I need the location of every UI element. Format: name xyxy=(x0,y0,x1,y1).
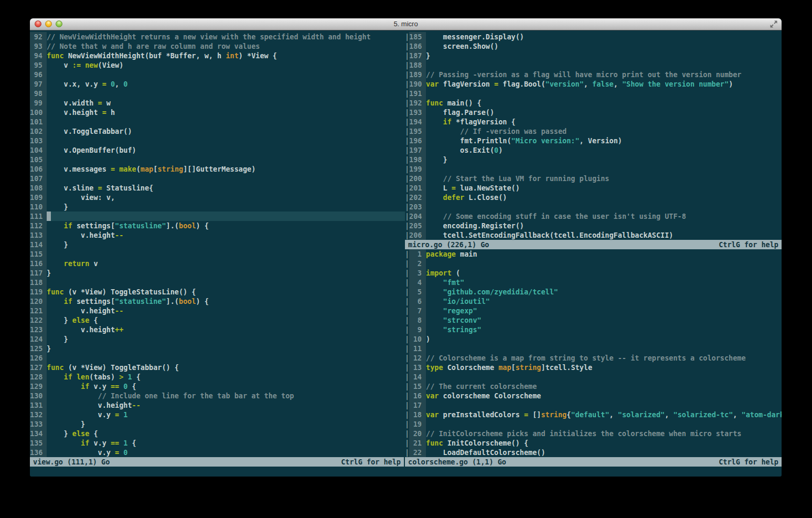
code-text[interactable]: "regexp" xyxy=(426,306,782,315)
code-text[interactable]: v.height = h xyxy=(47,108,405,117)
code-text[interactable]: } xyxy=(47,334,405,344)
split-divider[interactable]: | xyxy=(405,259,409,268)
code-text[interactable]: v.height++ xyxy=(47,325,405,334)
split-divider[interactable]: | xyxy=(405,126,409,136)
code-text[interactable]: var preInstalledColors = []string{"defau… xyxy=(426,410,782,419)
split-divider[interactable]: | xyxy=(405,32,409,41)
split-divider[interactable]: | xyxy=(405,363,409,372)
code-text[interactable]: "github.com/zyedidia/tcell" xyxy=(426,287,782,297)
code-text[interactable]: return v xyxy=(47,259,405,268)
split-divider[interactable]: | xyxy=(405,297,409,306)
split-divider[interactable]: | xyxy=(405,79,409,89)
code-text[interactable] xyxy=(47,249,405,259)
pane-view-go[interactable]: 92// NewViewWidthHeight returns a new vi… xyxy=(30,32,405,457)
code-text[interactable] xyxy=(47,117,405,126)
code-text[interactable] xyxy=(47,174,405,183)
code-text[interactable] xyxy=(426,344,782,353)
code-text[interactable]: } xyxy=(47,240,405,249)
split-divider[interactable]: | xyxy=(405,438,409,448)
code-text[interactable]: if *flagVersion { xyxy=(426,117,782,126)
split-divider[interactable]: | xyxy=(405,145,409,155)
code-text[interactable]: // Start the Lua VM for running plugins xyxy=(426,174,782,183)
split-divider[interactable]: | xyxy=(405,419,409,429)
split-divider[interactable]: | xyxy=(405,372,409,382)
code-text[interactable]: } else { xyxy=(47,429,405,438)
split-divider[interactable]: | xyxy=(405,212,409,221)
split-divider[interactable]: | xyxy=(405,70,409,79)
code-text[interactable]: v.height-- xyxy=(47,306,405,315)
split-divider[interactable]: | xyxy=(405,249,409,259)
code-text[interactable]: func InitColorscheme() { xyxy=(426,438,782,448)
code-text[interactable]: v.height-- xyxy=(47,400,405,410)
split-divider[interactable]: | xyxy=(405,136,409,145)
split-divider[interactable]: | xyxy=(405,193,409,202)
code-text[interactable] xyxy=(426,164,782,174)
code-text[interactable]: func (v *View) ToggleStatusLine() { xyxy=(47,287,405,297)
pane-colorscheme-go[interactable]: |1package main|2|3import (|4 "fmt"|5 "gi… xyxy=(405,249,782,457)
split-divider[interactable]: | xyxy=(405,108,409,117)
split-divider[interactable]: | xyxy=(405,202,409,212)
code-text[interactable]: // NewViewWidthHeight returns a new view… xyxy=(47,32,405,41)
code-text[interactable]: var flagVersion = flag.Bool("version", f… xyxy=(426,79,782,89)
code-text[interactable]: // Some encoding stuff in case the user … xyxy=(426,212,782,221)
code-text[interactable]: L = lua.NewState() xyxy=(426,183,782,193)
code-text[interactable]: func NewViewWidthHeight(buf *Buffer, w, … xyxy=(47,51,405,60)
code-text[interactable] xyxy=(47,278,405,287)
split-divider[interactable]: | xyxy=(405,117,409,126)
split-divider[interactable]: | xyxy=(405,230,409,240)
resize-icon[interactable] xyxy=(770,20,778,28)
code-text[interactable]: "strconv" xyxy=(426,315,782,325)
split-divider[interactable]: | xyxy=(405,315,409,325)
split-divider[interactable]: | xyxy=(405,41,409,51)
code-text[interactable]: v.y = 0 xyxy=(47,448,405,457)
code-text[interactable]: flag.Parse() xyxy=(426,108,782,117)
code-text[interactable] xyxy=(426,202,782,212)
code-text[interactable]: LoadDefaultColorscheme() xyxy=(426,448,782,457)
pane-micro-go[interactable]: |185 messenger.Display()|186 screen.Show… xyxy=(405,32,782,240)
code-text[interactable]: v.OpenBuffer(buf) xyxy=(47,145,405,155)
split-divider[interactable]: | xyxy=(405,221,409,230)
code-text[interactable]: package main xyxy=(426,249,782,259)
split-divider[interactable]: | xyxy=(405,155,409,164)
code-text[interactable]: defer L.Close() xyxy=(426,193,782,202)
code-text[interactable]: view: v, xyxy=(47,193,405,202)
code-text[interactable]: v.x, v.y = 0, 0 xyxy=(47,79,405,89)
code-text[interactable]: // Colorscheme is a map from string to s… xyxy=(426,353,782,363)
code-text[interactable]: } xyxy=(47,344,405,353)
split-divider[interactable]: | xyxy=(405,334,409,344)
split-divider[interactable]: | xyxy=(405,429,409,438)
code-text[interactable]: var colorscheme Colorscheme xyxy=(426,391,782,400)
split-divider[interactable]: | xyxy=(405,183,409,193)
code-text[interactable]: if settings["statusline"].(bool) { xyxy=(47,221,405,230)
split-divider[interactable]: | xyxy=(405,278,409,287)
code-text[interactable]: v := new(View) xyxy=(47,60,405,70)
code-text[interactable]: v.width = w xyxy=(47,98,405,108)
code-text[interactable]: messenger.Display() xyxy=(426,32,782,41)
code-text[interactable]: "fmt" xyxy=(426,278,782,287)
split-divider[interactable]: | xyxy=(405,306,409,315)
titlebar[interactable]: 5. micro xyxy=(30,18,782,30)
code-text[interactable]: // If -version was passed xyxy=(426,126,782,136)
code-text[interactable]: if v.y == 1 { xyxy=(47,438,405,448)
code-text[interactable]: v.y = 1 xyxy=(47,410,405,419)
split-divider[interactable]: | xyxy=(405,60,409,70)
code-text[interactable]: if v.y == 0 { xyxy=(47,382,405,391)
code-text[interactable] xyxy=(47,212,405,221)
code-text[interactable]: // InitColorscheme picks and initializes… xyxy=(426,429,782,438)
code-text[interactable] xyxy=(426,419,782,429)
code-text[interactable]: encoding.Register() xyxy=(426,221,782,230)
code-text[interactable]: // Passing -version as a flag will have … xyxy=(426,70,782,79)
code-text[interactable]: } xyxy=(47,202,405,212)
code-text[interactable]: tcell.SetEncodingFallback(tcell.Encoding… xyxy=(426,230,782,240)
split-divider[interactable]: | xyxy=(405,410,409,419)
code-text[interactable]: func (v *View) ToggleTabbar() { xyxy=(47,363,405,372)
code-text[interactable]: os.Exit(0) xyxy=(426,145,782,155)
code-text[interactable]: func main() { xyxy=(426,98,782,108)
split-divider[interactable]: | xyxy=(405,382,409,391)
split-divider[interactable]: | xyxy=(405,51,409,60)
code-text[interactable]: v.ToggleTabbar() xyxy=(47,126,405,136)
code-text[interactable] xyxy=(426,372,782,382)
code-text[interactable] xyxy=(426,259,782,268)
code-text[interactable] xyxy=(47,89,405,98)
code-text[interactable]: "strings" xyxy=(426,325,782,334)
